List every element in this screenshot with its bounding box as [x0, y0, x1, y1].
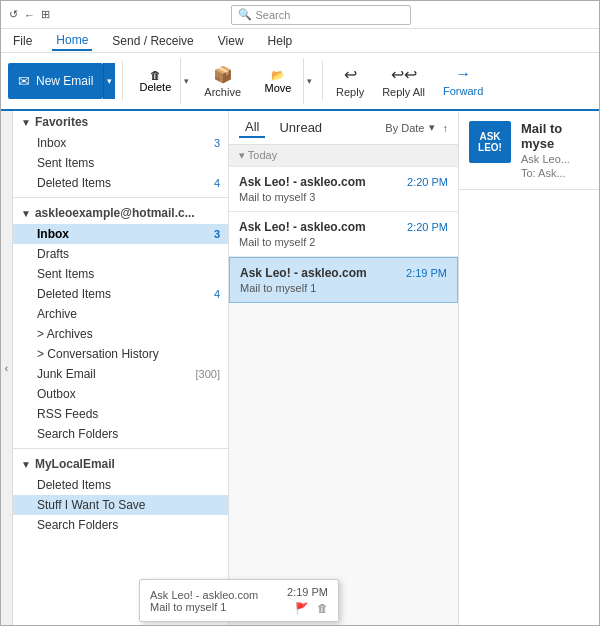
window-icon[interactable]: ⊞	[41, 8, 50, 21]
menu-send-receive[interactable]: Send / Receive	[108, 32, 197, 50]
email-1-subject: Mail to myself 1	[240, 282, 447, 294]
email-3-subject: Mail to myself 3	[239, 191, 448, 203]
sep2	[322, 61, 323, 101]
sidebar-item-deleted-fav[interactable]: Deleted Items 4	[13, 173, 228, 193]
sidebar: ▼ Favorites Inbox 3 Sent Items Deleted I…	[13, 111, 229, 625]
reading-info: Mail to myse Ask Leo... To: Ask...	[521, 121, 589, 179]
sidebar-item-archive[interactable]: Archive	[13, 304, 228, 324]
local-section: ▼ MyLocalEmail Deleted Items Stuff I Wan…	[13, 453, 228, 535]
reading-header: ASK LEO! Mail to myse Ask Leo... To: Ask…	[459, 111, 599, 190]
account-section: ▼ askleoexample@hotmail.c... Inbox 3 Dra…	[13, 202, 228, 444]
email-item-3[interactable]: Ask Leo! - askleo.com 2:20 PM Mail to my…	[229, 167, 458, 212]
delete-button[interactable]: 🗑 Delete	[130, 67, 180, 95]
titlebar: ↺ ← ⊞ 🔍 Search	[1, 1, 599, 29]
sidebar-item-rss[interactable]: RSS Feeds	[13, 404, 228, 424]
new-email-split[interactable]: ✉ New Email ▾	[7, 57, 116, 105]
sidebar-item-deleted[interactable]: Deleted Items 4	[13, 284, 228, 304]
local-arrow: ▼	[21, 459, 31, 470]
sort-direction-icon[interactable]: ↑	[443, 122, 449, 134]
sidebar-item-local-deleted[interactable]: Deleted Items	[13, 475, 228, 495]
favorites-label: Favorites	[35, 115, 88, 129]
delete-icon: 🗑	[150, 69, 161, 81]
local-header[interactable]: ▼ MyLocalEmail	[13, 453, 228, 475]
move-dropdown[interactable]: ▾	[303, 58, 315, 104]
sidebar-item-conv-history[interactable]: > Conversation History	[13, 344, 228, 364]
search-box[interactable]: 🔍 Search	[231, 5, 411, 25]
menu-help[interactable]: Help	[264, 32, 297, 50]
sent-fav-label: Sent Items	[37, 156, 220, 170]
menu-file[interactable]: File	[9, 32, 36, 50]
date-group-today: ▾ Today	[229, 145, 458, 167]
sep1	[122, 61, 123, 101]
date-group-text: Today	[248, 149, 277, 161]
sidebar-item-sent[interactable]: Sent Items	[13, 264, 228, 284]
refresh-icon[interactable]: ↺	[9, 8, 18, 21]
sidebar-item-inbox[interactable]: Inbox 3	[13, 224, 228, 244]
forward-button[interactable]: → Forward	[436, 57, 490, 105]
delete-dropdown[interactable]: ▾	[180, 58, 192, 104]
move-icon: 📂	[271, 69, 285, 82]
sidebar-item-drafts[interactable]: Drafts	[13, 244, 228, 264]
archive-label-side: Archive	[37, 307, 220, 321]
deleted-label: Deleted Items	[37, 287, 214, 301]
menubar: File Home Send / Receive View Help	[1, 29, 599, 53]
sort-dropdown-icon: ▾	[429, 121, 435, 134]
move-button[interactable]: 📂 Move	[253, 67, 303, 96]
menu-view[interactable]: View	[214, 32, 248, 50]
new-email-button[interactable]: ✉ New Email	[8, 63, 103, 99]
local-search-label: Search Folders	[37, 518, 220, 532]
deleted-fav-label: Deleted Items	[37, 176, 214, 190]
avatar-line2: LEO!	[478, 142, 502, 153]
sidebar-item-archives[interactable]: > Archives	[13, 324, 228, 344]
reading-sender: Ask Leo...	[521, 153, 589, 165]
reply-all-button[interactable]: ↩↩ Reply All	[375, 57, 432, 105]
tab-unread[interactable]: Unread	[273, 118, 328, 137]
reply-all-label: Reply All	[382, 86, 425, 98]
sidebar-item-stuff[interactable]: Stuff I Want To Save	[13, 495, 228, 515]
reply-label: Reply	[336, 86, 364, 98]
reply-icon: ↩	[344, 65, 357, 84]
email-item-3-header: Ask Leo! - askleo.com 2:20 PM	[239, 175, 448, 189]
account-header[interactable]: ▼ askleoexample@hotmail.c...	[13, 202, 228, 224]
forward-icon: →	[455, 65, 471, 83]
move-split[interactable]: 📂 Move ▾	[252, 57, 316, 105]
menu-home[interactable]: Home	[52, 31, 92, 51]
search-placeholder: Search	[256, 9, 291, 21]
local-deleted-label: Deleted Items	[37, 478, 220, 492]
sidebar-item-search-folders[interactable]: Search Folders	[13, 424, 228, 444]
sidebar-item-junk[interactable]: Junk Email [300]	[13, 364, 228, 384]
sidebar-item-sent-fav[interactable]: Sent Items	[13, 153, 228, 173]
date-group-label: ▾	[239, 149, 245, 161]
sidebar-item-outbox[interactable]: Outbox	[13, 384, 228, 404]
tab-all[interactable]: All	[239, 117, 265, 138]
avatar-line1: ASK	[479, 131, 500, 142]
main-area: ‹ ▼ Favorites Inbox 3 Sent Items Deleted…	[1, 111, 599, 625]
junk-count: [300]	[196, 368, 220, 380]
email-2-subject: Mail to myself 2	[239, 236, 448, 248]
search-bar: 🔍 Search	[50, 5, 591, 25]
rss-label: RSS Feeds	[37, 407, 220, 421]
deleted-count: 4	[214, 288, 220, 300]
collapse-arrow[interactable]: ‹	[1, 111, 13, 625]
account-label: askleoexample@hotmail.c...	[35, 206, 195, 220]
sort-button[interactable]: By Date ▾	[385, 121, 434, 134]
email-item-1[interactable]: Ask Leo! - askleo.com 2:19 PM Mail to my…	[229, 257, 458, 303]
archive-button[interactable]: 📦 Archive	[197, 57, 248, 105]
sidebar-item-local-search[interactable]: Search Folders	[13, 515, 228, 535]
outbox-label: Outbox	[37, 387, 220, 401]
email-item-2[interactable]: Ask Leo! - askleo.com 2:20 PM Mail to my…	[229, 212, 458, 257]
favorites-header[interactable]: ▼ Favorites	[13, 111, 228, 133]
email-1-sender: Ask Leo! - askleo.com	[240, 266, 367, 280]
drafts-label: Drafts	[37, 247, 220, 261]
archive-icon: 📦	[213, 65, 233, 84]
reply-button[interactable]: ↩ Reply	[329, 57, 371, 105]
sent-label: Sent Items	[37, 267, 220, 281]
new-email-icon: ✉	[18, 73, 30, 89]
sidebar-item-inbox-fav[interactable]: Inbox 3	[13, 133, 228, 153]
email-3-time: 2:20 PM	[407, 176, 448, 188]
junk-label: Junk Email	[37, 367, 196, 381]
delete-split[interactable]: 🗑 Delete ▾	[129, 57, 193, 105]
search-icon: 🔍	[238, 8, 252, 21]
back-icon[interactable]: ←	[24, 9, 35, 21]
new-email-dropdown[interactable]: ▾	[103, 63, 115, 99]
